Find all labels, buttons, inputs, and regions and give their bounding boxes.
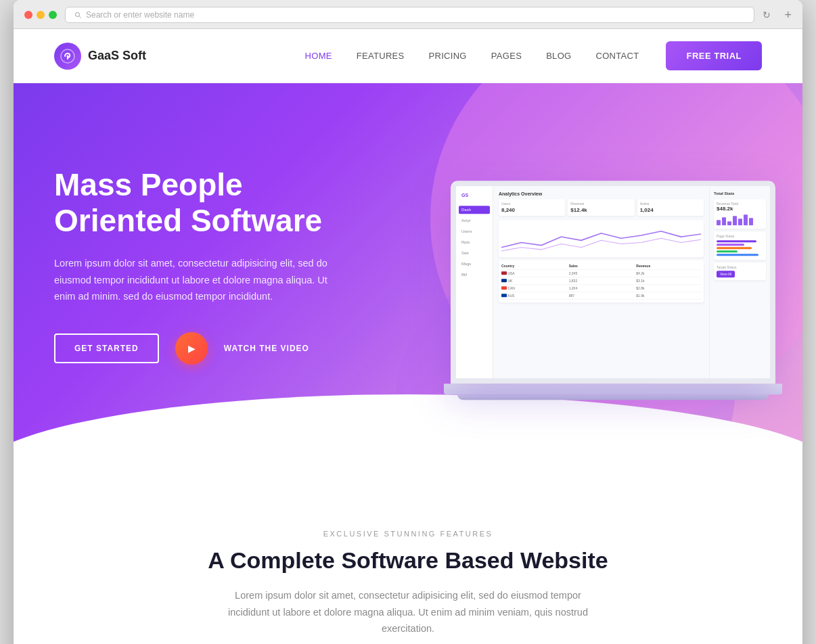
- logo-svg: [60, 49, 75, 64]
- features-eyebrow: EXCLUSIVE STUNNING FEATURES: [54, 530, 762, 538]
- svg-rect-8: [749, 218, 753, 225]
- bar-item: [717, 250, 738, 252]
- right-card-3: Target Status View All: [714, 262, 766, 280]
- browser-dots: [24, 11, 57, 19]
- close-dot[interactable]: [24, 11, 32, 19]
- svg-rect-5: [733, 216, 737, 225]
- dash-menu-messages: Msgs: [459, 260, 490, 268]
- dash-logo: GS: [459, 191, 490, 199]
- table-row: AUS 987 $1.9k: [501, 292, 701, 300]
- site-content: GaaS Soft HOME FEATURES PRICING PAGES BL…: [14, 29, 802, 644]
- hero-content: Mass People Oriented Software Lorem ipsu…: [54, 167, 365, 365]
- right-card-2: Page Views: [714, 231, 766, 260]
- laptop-foot: [457, 394, 769, 400]
- nav-blog[interactable]: BLOG: [546, 51, 571, 61]
- search-icon: [74, 11, 82, 19]
- minimize-dot[interactable]: [37, 11, 45, 19]
- browser-window: Search or enter website name ↻ + GaaS So…: [14, 0, 802, 644]
- dash-card-active: Active 1,024: [637, 199, 704, 216]
- laptop-base: [444, 384, 782, 394]
- hero-description: Lorem ipsum dolor sit amet, consectetur …: [54, 255, 338, 305]
- new-tab-button[interactable]: +: [784, 8, 792, 22]
- bar-item: [717, 254, 758, 256]
- nav-pages[interactable]: PAGES: [491, 51, 522, 61]
- nav-home[interactable]: HOME: [305, 51, 332, 61]
- dash-stat-cards: Users 8,240 Revenue $12.4k Active 1,024: [499, 199, 704, 216]
- svg-rect-6: [738, 218, 742, 225]
- laptop-mockup: GS Dash Anlyt Users Rpts Sett Msgs Bill …: [451, 181, 775, 400]
- bar-item: [717, 244, 744, 246]
- dashboard-main: Analytics Overview Users 8,240 Revenue $…: [493, 186, 709, 378]
- hero-section: Mass People Oriented Software Lorem ipsu…: [14, 83, 802, 476]
- features-section: EXCLUSIVE STUNNING FEATURES A Complete S…: [14, 476, 802, 644]
- nav-pricing[interactable]: PRICING: [429, 51, 467, 61]
- logo-icon: [54, 43, 81, 70]
- chart-svg: [501, 223, 701, 254]
- table-row: USA 2,345 $4.2k: [501, 270, 701, 277]
- address-text: Search or enter website name: [86, 10, 194, 20]
- dash-table-header: Country Sales Revenue: [501, 262, 701, 270]
- table-row: CAN 1,204 $2.8k: [501, 285, 701, 292]
- dash-menu-users: Users: [459, 227, 490, 235]
- dash-menu-dashboard: Dash: [459, 206, 490, 214]
- mini-bar-chart: [717, 212, 764, 225]
- dash-menu-settings: Sett: [459, 249, 490, 257]
- logo-name: GaaS Soft: [88, 49, 146, 63]
- bar-item: [717, 247, 752, 249]
- dash-chart: [499, 220, 704, 257]
- browser-chrome: Search or enter website name ↻ +: [14, 0, 802, 29]
- laptop-screen: GS Dash Anlyt Users Rpts Sett Msgs Bill …: [451, 181, 775, 384]
- address-bar[interactable]: Search or enter website name: [65, 7, 754, 23]
- refresh-button[interactable]: ↻: [763, 9, 771, 20]
- svg-rect-2: [717, 220, 721, 225]
- dashboard-right-panel: Total Stats Revenue Total $48.2k: [709, 186, 770, 378]
- watch-video-label: WATCH THE VIDEO: [224, 344, 309, 353]
- svg-rect-3: [722, 217, 726, 225]
- nav-contact[interactable]: CONTACT: [595, 51, 639, 61]
- bar-item: [717, 240, 756, 242]
- svg-point-1: [67, 55, 69, 57]
- hero-title: Mass People Oriented Software: [54, 167, 365, 239]
- dash-menu-billing: Bill: [459, 271, 490, 279]
- dash-menu-reports: Rpts: [459, 238, 490, 246]
- features-title: A Complete Software Based Website: [54, 547, 762, 574]
- dash-card-users: Users 8,240: [499, 199, 565, 216]
- dash-card-revenue: Revenue $12.4k: [568, 199, 634, 216]
- nav-links: HOME FEATURES PRICING PAGES BLOG CONTACT: [305, 51, 639, 61]
- dashboard-ui: GS Dash Anlyt Users Rpts Sett Msgs Bill …: [456, 186, 770, 378]
- get-started-button[interactable]: GET STARTED: [54, 334, 159, 363]
- play-video-button[interactable]: [175, 332, 208, 365]
- nav-features[interactable]: FEATURES: [357, 51, 405, 61]
- dashboard-sidebar: GS Dash Anlyt Users Rpts Sett Msgs Bill: [456, 186, 493, 378]
- hero-actions: GET STARTED WATCH THE VIDEO: [54, 332, 365, 365]
- right-card-1: Revenue Total $48.2k: [714, 199, 766, 229]
- svg-rect-4: [727, 221, 731, 225]
- dash-data-table: Country Sales Revenue USA 2,345 $4.2k: [499, 260, 704, 302]
- features-description: Lorem ipsum dolor sit amet, consectetur …: [219, 587, 597, 637]
- dash-action-btn[interactable]: View All: [717, 271, 735, 277]
- maximize-dot[interactable]: [49, 11, 57, 19]
- logo[interactable]: GaaS Soft: [54, 43, 146, 70]
- dash-menu-analytics: Anlyt: [459, 216, 490, 225]
- svg-rect-7: [744, 214, 748, 225]
- dash-header-text: Analytics Overview: [499, 191, 704, 196]
- free-trial-button[interactable]: FREE TRIAL: [666, 41, 762, 70]
- navbar: GaaS Soft HOME FEATURES PRICING PAGES BL…: [14, 29, 802, 83]
- table-row: UK 1,832 $3.1k: [501, 277, 701, 285]
- right-panel-title: Total Stats: [714, 191, 766, 196]
